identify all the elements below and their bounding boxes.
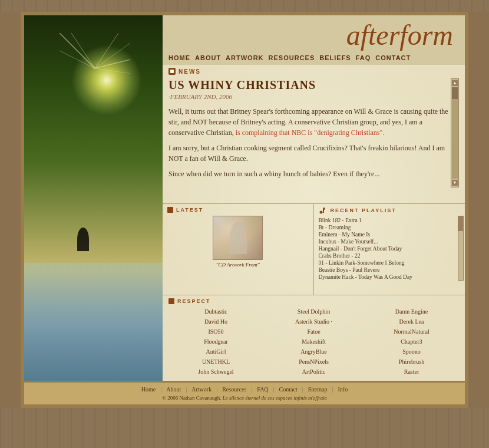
article-p2: I am sorry, but a Christian cooking segm… <box>168 143 448 164</box>
hero-figure <box>77 228 89 251</box>
respect-spoono[interactable]: Spoono <box>364 347 459 356</box>
respect-chapter3[interactable]: Chapter3 <box>364 337 459 346</box>
footer-copyright: © 2006 Nathan Cavanaugh. Le silence éter… <box>30 395 459 401</box>
light-effect <box>71 45 142 116</box>
svg-line-0 <box>60 33 95 68</box>
playlist-section: RECENT PLAYLIST Blink 182 - Extra 1 Bt -… <box>314 204 465 295</box>
respect-angryblue[interactable]: AngryBlue <box>266 347 361 356</box>
news-content: US WHINY CHRISTIANS ·FEBRUARY 2ND, 2006 … <box>168 78 459 179</box>
footer-about[interactable]: About <box>166 386 181 393</box>
latest-label-area: LATEST <box>167 207 309 213</box>
nav-artwork[interactable]: ARTWORK <box>226 54 263 61</box>
news-section-label: NEWS <box>168 68 459 75</box>
news-icon <box>168 68 176 75</box>
nav-about[interactable]: ABOUT <box>195 54 221 61</box>
respect-damn-engine[interactable]: Damn Engine <box>364 307 459 316</box>
latest-section: LATEST "CD Artwork Front" <box>163 204 314 295</box>
nav-resources[interactable]: RESOURCES <box>269 54 315 61</box>
playlist-item: Dynamite Hack - Today Was A Good Day <box>319 274 461 281</box>
artwork-thumb-inner <box>213 216 262 259</box>
respect-david-ho[interactable]: David Ho <box>168 317 263 326</box>
scroll-body <box>452 87 458 179</box>
artwork-thumbnail[interactable] <box>213 216 263 260</box>
respect-derek-lea[interactable]: Derek Lea <box>364 317 459 326</box>
nav-faq[interactable]: FAQ <box>356 54 371 61</box>
latest-icon <box>167 207 173 213</box>
scroll-down-arrow[interactable]: ▼ <box>452 180 458 186</box>
nav-contact[interactable]: CONTACT <box>375 54 411 61</box>
svg-line-4 <box>95 57 130 68</box>
news-scroll-area: US WHINY CHRISTIANS ·FEBRUARY 2ND, 2006 … <box>168 78 459 187</box>
respect-artpolitic[interactable]: ArtPolitic <box>266 367 361 376</box>
footer-sep-5: | <box>273 386 275 393</box>
playlist-item: 01 - Linkin Park-Somewhere I Belong <box>319 259 461 266</box>
copyright-text: © 2006 Nathan Cavanaugh. <box>162 395 221 401</box>
footer-quote: Le silence éternel de ces espaces infini… <box>223 395 327 401</box>
article-p1: Well, it turns out that Britney Spear's … <box>168 106 448 138</box>
nav-beliefs[interactable]: BELIEFS <box>319 54 351 61</box>
respect-makeshift[interactable]: Makeshift <box>266 337 361 346</box>
respect-raster[interactable]: Raster <box>364 367 459 376</box>
news-label: NEWS <box>179 68 201 75</box>
nav-home[interactable]: HOME <box>168 54 190 61</box>
respect-pensnpixels[interactable]: PensNPixels <box>266 357 361 366</box>
respect-steel-dolphin[interactable]: Steel Dolphin <box>266 307 361 316</box>
respect-asterik[interactable]: Asterik Studio · <box>266 317 361 326</box>
respect-fatoe[interactable]: Fatoe <box>266 327 361 336</box>
site-header: afterform HOME ABOUT ARTWORK RESOURCES B… <box>163 15 465 65</box>
playlist-label-area: RECENT PLAYLIST <box>319 207 461 214</box>
site-logo: afterform <box>346 19 453 51</box>
playlist-item: Hangnail - Don't Forget About Today <box>319 245 461 252</box>
left-decoration <box>0 12 21 408</box>
logo-area: afterform <box>163 15 465 52</box>
respect-john-schwegel[interactable]: John Schwegel <box>168 367 263 376</box>
content-panel: afterform HOME ABOUT ARTWORK RESOURCES B… <box>163 15 465 381</box>
footer-faq[interactable]: FAQ <box>257 386 268 393</box>
respect-phirebrush[interactable]: Phirebrush <box>364 357 459 366</box>
respect-grid: Dubtastic Steel Dolphin Damn Engine Davi… <box>168 307 459 376</box>
playlist-items: Blink 182 - Extra 1 Bt - Dreaming Eminem… <box>319 217 461 281</box>
respect-antigirl[interactable]: AntiGirl <box>168 347 263 356</box>
footer-artwork[interactable]: Artwork <box>191 386 212 393</box>
footer-info[interactable]: Info <box>338 386 348 393</box>
footer-sep-6: | <box>302 386 303 393</box>
footer-sep-3: | <box>216 386 217 393</box>
hero-image-panel <box>24 15 163 381</box>
footer-sitemap[interactable]: Sitemap <box>308 386 328 393</box>
footer-resources[interactable]: Resources <box>222 386 246 393</box>
hero-image-inner <box>24 15 163 381</box>
playlist-item: Crabs Brother - 22 <box>319 252 461 259</box>
svg-point-10 <box>319 211 322 214</box>
music-icon <box>319 207 326 214</box>
article-p3: Since when did we turn in such a whiny b… <box>168 169 448 179</box>
svg-rect-9 <box>323 209 324 213</box>
footer-sep-4: | <box>251 386 252 393</box>
footer-contact[interactable]: Contact <box>279 386 298 393</box>
article-link[interactable]: is complaining that NBC is "denigrating … <box>236 129 385 137</box>
footer-nav: Home | About | Artwork | Resources | FAQ… <box>30 386 459 393</box>
respect-label-area: RESPECT <box>168 298 459 304</box>
navigation: HOME ABOUT ARTWORK RESOURCES BELIEFS FAQ… <box>163 52 465 65</box>
respect-dubtastic[interactable]: Dubtastic <box>168 307 263 316</box>
respect-iso50[interactable]: ISO50 <box>168 327 263 336</box>
footer-sep-7: | <box>332 386 333 393</box>
respect-label: RESPECT <box>177 298 211 304</box>
respect-icon <box>168 298 174 304</box>
latest-label: LATEST <box>176 207 203 213</box>
playlist-scrollbar[interactable] <box>458 216 464 281</box>
scroll-up-arrow[interactable]: ▲ <box>452 80 458 86</box>
playlist-item: Bt - Dreaming <box>319 224 461 231</box>
respect-normalnatural[interactable]: NormalNatural <box>364 327 459 336</box>
footer-sep-2: | <box>186 386 187 393</box>
main-container: afterform HOME ABOUT ARTWORK RESOURCES B… <box>21 12 468 408</box>
right-decoration <box>468 12 489 408</box>
respect-unethkl[interactable]: UNETHKL <box>168 357 263 366</box>
playlist-scroll-thumb <box>458 216 463 231</box>
svg-line-5 <box>60 51 95 68</box>
artwork-figure <box>229 222 247 254</box>
news-scrollbar[interactable]: ▲ ▼ <box>451 78 459 187</box>
footer-sep-1: | <box>160 386 161 393</box>
footer-home[interactable]: Home <box>141 386 156 393</box>
respect-floodgear[interactable]: Floodgear <box>168 337 263 346</box>
playlist-item: Eminem - My Name Is <box>319 231 461 238</box>
